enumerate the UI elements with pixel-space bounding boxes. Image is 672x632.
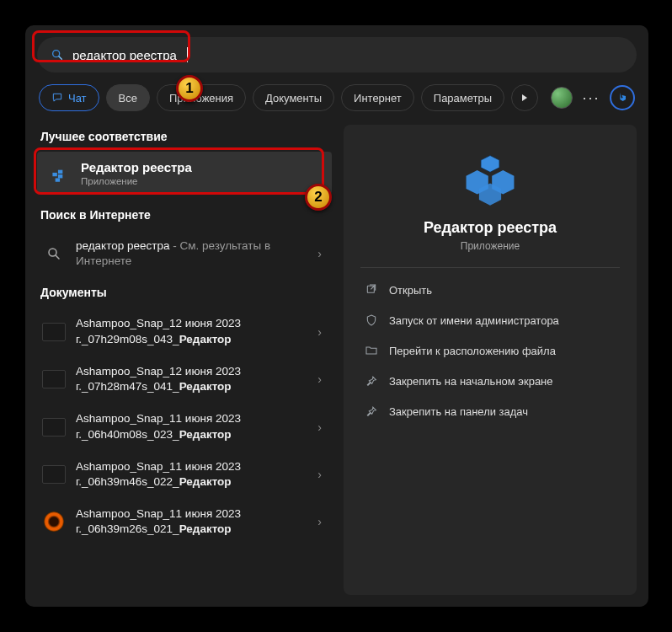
annotation-marker-1: 1 (176, 75, 203, 102)
document-row[interactable]: Ashampoo_Snap_12 июня 2023 г._07h28m47s_… (37, 356, 332, 403)
chevron-right-icon: › (317, 247, 322, 260)
search-bar[interactable]: редактор реестра (37, 37, 637, 72)
chip-web-label: Интернет (354, 92, 402, 104)
chip-docs[interactable]: Документы (253, 84, 334, 111)
action-open[interactable]: Открыть (360, 275, 620, 305)
results-left-column: Лучшее соответствие Редактор реестра При… (37, 125, 332, 595)
web-search-row[interactable]: редактор реестра - См. результаты в Инте… (37, 230, 332, 277)
chip-chat[interactable]: Чат (39, 84, 99, 111)
preview-subtitle: Приложение (360, 240, 620, 252)
action-file-location-label: Перейти к расположению файла (389, 345, 556, 357)
svg-point-0 (53, 51, 60, 57)
chip-params-label: Параметры (434, 92, 492, 104)
svg-rect-3 (58, 174, 62, 178)
svg-marker-6 (481, 156, 499, 173)
svg-rect-4 (56, 178, 60, 181)
document-row[interactable]: Ashampoo_Snap_11 июня 2023 г._06h39m46s_… (37, 451, 332, 498)
search-icon (42, 242, 66, 265)
action-file-location[interactable]: Перейти к расположению файла (360, 335, 620, 366)
folder-icon (364, 343, 379, 358)
action-open-label: Открыть (389, 284, 432, 297)
svg-rect-1 (52, 172, 56, 175)
best-match-item[interactable]: Редактор реестра Приложение (37, 152, 332, 195)
document-thumb (42, 367, 66, 391)
annotation-marker-2: 2 (305, 184, 332, 211)
preview-title: Редактор реестра (360, 219, 620, 237)
bing-chat-icon[interactable] (610, 85, 635, 110)
regedit-large-icon (360, 150, 620, 209)
svg-point-5 (49, 249, 56, 256)
section-web-title: Поиск в Интернете (40, 208, 332, 222)
action-pin-taskbar[interactable]: Закрепить на панели задач (360, 396, 620, 426)
more-menu-icon[interactable]: ··· (581, 89, 601, 107)
document-thumb (42, 510, 66, 533)
pin-icon (364, 373, 379, 388)
section-docs-title: Документы (40, 286, 332, 299)
document-title: Ashampoo_Snap_11 июня 2023 г._06h40m08s_… (76, 411, 307, 442)
chevron-right-icon: › (317, 420, 322, 434)
document-row[interactable]: Ashampoo_Snap_12 июня 2023 г._07h29m08s_… (37, 308, 332, 355)
action-pin-start-label: Закрепить на начальном экране (389, 375, 553, 388)
open-icon (364, 282, 379, 297)
document-row[interactable]: Ashampoo_Snap_11 июня 2023 г._06h40m08s_… (37, 403, 332, 450)
document-title: Ashampoo_Snap_12 июня 2023 г._07h28m47s_… (76, 364, 307, 394)
search-input-text[interactable]: редактор реестра (72, 48, 177, 62)
chip-params[interactable]: Параметры (421, 84, 504, 111)
document-title: Ashampoo_Snap_12 июня 2023 г._07h29m08s_… (76, 316, 307, 346)
action-run-admin[interactable]: Запуск от имени администратора (360, 305, 620, 335)
filter-chips-row: Чат Все Приложения Документы Интернет Па… (37, 84, 637, 111)
documents-list: Ashampoo_Snap_12 июня 2023 г._07h29m08s_… (37, 308, 332, 545)
action-pin-start[interactable]: Закрепить на начальном экране (360, 366, 620, 396)
text-cursor (187, 47, 188, 62)
document-thumb (42, 463, 66, 486)
chevron-right-icon: › (317, 325, 322, 339)
regedit-icon (47, 162, 71, 185)
search-panel: редактор реестра Чат Все Приложения Доку… (25, 25, 648, 607)
section-best-match-title: Лучшее соответствие (40, 130, 332, 143)
chevron-right-icon: › (317, 372, 322, 386)
user-avatar[interactable] (551, 87, 573, 109)
document-thumb (42, 320, 66, 344)
filters-right-group: ··· (551, 85, 635, 110)
chip-all[interactable]: Все (106, 84, 150, 111)
best-match-subtitle: Приложение (81, 176, 192, 186)
divider (360, 267, 620, 268)
best-match-title: Редактор реестра (81, 160, 192, 174)
document-title: Ashampoo_Snap_11 июня 2023 г._06h39m46s_… (76, 459, 307, 490)
document-row[interactable]: Ashampoo_Snap_11 июня 2023 г._06h39m26s_… (37, 498, 332, 545)
shield-icon (364, 313, 379, 328)
chevron-right-icon: › (317, 468, 322, 481)
preview-header: Редактор реестра Приложение (360, 150, 620, 252)
pin-icon (364, 404, 379, 419)
chip-chat-label: Чат (68, 92, 87, 104)
svg-rect-2 (58, 169, 62, 173)
web-search-text: редактор реестра - См. результаты в Инте… (76, 238, 307, 269)
chip-all-label: Все (119, 92, 137, 104)
preview-pane: Редактор реестра Приложение Открыть Запу… (344, 125, 637, 595)
best-match-texts: Редактор реестра Приложение (81, 160, 192, 186)
chat-icon (51, 92, 63, 104)
document-title: Ashampoo_Snap_11 июня 2023 г._06h39m26s_… (76, 506, 307, 537)
play-icon (520, 94, 529, 102)
chip-docs-label: Документы (265, 92, 322, 104)
action-run-admin-label: Запуск от имени администратора (389, 314, 559, 327)
document-thumb (42, 415, 66, 439)
action-pin-taskbar-label: Закрепить на панели задач (389, 405, 528, 418)
results-body: Лучшее соответствие Редактор реестра При… (37, 125, 637, 595)
chip-web[interactable]: Интернет (341, 84, 414, 111)
chevron-right-icon: › (317, 515, 322, 528)
chip-more-right[interactable] (511, 84, 538, 111)
search-icon (51, 48, 64, 62)
